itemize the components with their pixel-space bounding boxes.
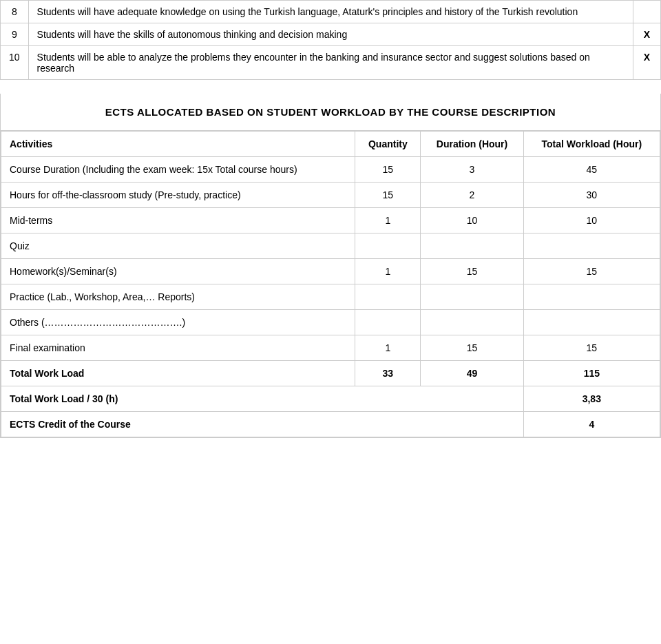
- col-header-duration: Duration (Hour): [421, 132, 523, 157]
- ects-section: ECTS ALLOCATED BASED ON STUDENT WORKLOAD…: [0, 94, 661, 438]
- total-work-load-dur: 49: [421, 361, 523, 386]
- workload-row: Mid-terms 1 10 10: [1, 208, 660, 233]
- workload-duration: 10: [421, 208, 523, 233]
- total-work-load-total: 115: [523, 361, 660, 386]
- outcome-number: 9: [1, 23, 29, 46]
- workload-row: Quiz: [1, 233, 660, 259]
- workload-quantity: 1: [355, 208, 421, 233]
- workload-total: 10: [523, 208, 660, 233]
- workload-activity: Practice (Lab., Workshop, Area,… Reports…: [1, 284, 355, 310]
- workload-activity: Final examination: [1, 335, 355, 361]
- ects-credit-label: ECTS Credit of the Course: [1, 412, 524, 437]
- workload-quantity: [355, 233, 421, 259]
- workload-total: [523, 310, 660, 335]
- workload-total: [523, 284, 660, 310]
- col-header-total: Total Workload (Hour): [523, 132, 660, 157]
- workload-duration: 15: [421, 335, 523, 361]
- col-header-quantity: Quantity: [355, 132, 421, 157]
- workload-duration: [421, 233, 523, 259]
- workload-activity: Quiz: [1, 233, 355, 259]
- workload-row: Homework(s)/Seminar(s) 1 15 15: [1, 259, 660, 284]
- total-per-30-label: Total Work Load / 30 (h): [1, 386, 524, 412]
- outcome-text: Students will have the skills of autonom…: [28, 23, 633, 46]
- workload-row: Hours for off-the-classroom study (Pre-s…: [1, 183, 660, 208]
- outcome-text: Students will have adequate knowledge on…: [28, 1, 633, 23]
- outcomes-table: 8 Students will have adequate knowledge …: [0, 0, 661, 80]
- workload-total: [523, 233, 660, 259]
- total-work-load-label: Total Work Load: [1, 361, 355, 386]
- workload-quantity: 1: [355, 259, 421, 284]
- col-header-activity: Activities: [1, 132, 355, 157]
- workload-total: 30: [523, 183, 660, 208]
- workload-total: 15: [523, 335, 660, 361]
- workload-duration: 15: [421, 259, 523, 284]
- workload-activity: Mid-terms: [1, 208, 355, 233]
- workload-duration: [421, 284, 523, 310]
- ects-header: ECTS ALLOCATED BASED ON STUDENT WORKLOAD…: [1, 94, 660, 131]
- total-per-30-row: Total Work Load / 30 (h) 3,83: [1, 386, 660, 412]
- outcome-number: 10: [1, 46, 29, 80]
- workload-duration: 3: [421, 157, 523, 183]
- total-work-load-row: Total Work Load 33 49 115: [1, 361, 660, 386]
- workload-duration: [421, 310, 523, 335]
- workload-quantity: 15: [355, 157, 421, 183]
- workload-quantity: [355, 284, 421, 310]
- outcome-row: 10 Students will be able to analyze the …: [1, 46, 661, 80]
- workload-table: Activities Quantity Duration (Hour) Tota…: [1, 131, 660, 437]
- page: 8 Students will have adequate knowledge …: [0, 0, 661, 438]
- workload-quantity: 1: [355, 335, 421, 361]
- outcome-text: Students will be able to analyze the pro…: [28, 46, 633, 80]
- total-per-30-value: 3,83: [523, 386, 660, 412]
- workload-row: Final examination 1 15 15: [1, 335, 660, 361]
- outcome-mark: X: [633, 46, 661, 80]
- total-work-load-qty: 33: [355, 361, 421, 386]
- workload-row: Others (…………………………………….): [1, 310, 660, 335]
- outcome-number: 8: [1, 1, 29, 23]
- workload-total: 45: [523, 157, 660, 183]
- workload-activity: Others (…………………………………….): [1, 310, 355, 335]
- workload-duration: 2: [421, 183, 523, 208]
- workload-total: 15: [523, 259, 660, 284]
- workload-activity: Hours for off-the-classroom study (Pre-s…: [1, 183, 355, 208]
- ects-credit-row: ECTS Credit of the Course 4: [1, 412, 660, 437]
- workload-quantity: 15: [355, 183, 421, 208]
- ects-credit-value: 4: [523, 412, 660, 437]
- workload-row: Course Duration (Including the exam week…: [1, 157, 660, 183]
- workload-activity: Course Duration (Including the exam week…: [1, 157, 355, 183]
- outcome-mark: [633, 1, 661, 23]
- workload-activity: Homework(s)/Seminar(s): [1, 259, 355, 284]
- outcome-row: 8 Students will have adequate knowledge …: [1, 1, 661, 23]
- workload-quantity: [355, 310, 421, 335]
- outcome-row: 9 Students will have the skills of auton…: [1, 23, 661, 46]
- workload-row: Practice (Lab., Workshop, Area,… Reports…: [1, 284, 660, 310]
- outcome-mark: X: [633, 23, 661, 46]
